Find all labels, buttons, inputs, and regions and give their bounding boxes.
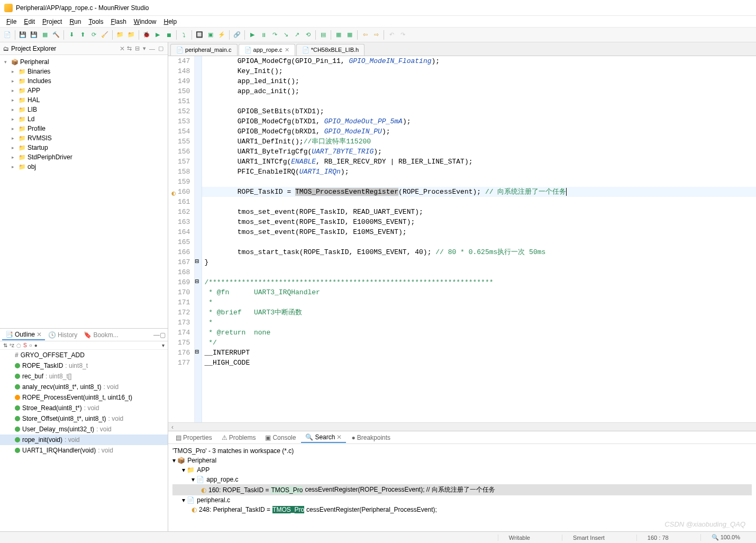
editor-tab[interactable]: 📄 peripheral_main.c <box>170 44 238 56</box>
menu-run[interactable]: Run <box>66 17 84 26</box>
tb-step-icon[interactable]: ⤵ <box>179 30 189 40</box>
menu-file[interactable]: File <box>3 17 20 26</box>
tb-chip-icon[interactable]: 🔲 <box>195 30 204 40</box>
outline-item[interactable]: rope_init(void) : void <box>0 435 168 445</box>
tb-pause-icon[interactable]: ⏸ <box>259 30 268 40</box>
tree-item-hal[interactable]: ▸📁HAL <box>0 95 168 105</box>
search-node-file2[interactable]: ▾ 📄peripheral.c <box>172 495 752 505</box>
tab-bookmarks[interactable]: 🔖 Bookm... <box>80 330 121 340</box>
tb-new-icon[interactable]: 📄 <box>3 30 12 40</box>
status-position: 160 : 78 <box>636 535 679 541</box>
menu-flash[interactable]: Flash <box>107 17 129 26</box>
tb-fwd-icon[interactable]: ⇨ <box>371 30 381 40</box>
filter-o-icon[interactable]: ○ <box>29 342 32 348</box>
tree-item-profile[interactable]: ▸📁Profile <box>0 124 168 133</box>
tree-item-binaries[interactable]: ▸📁Binaries <box>0 67 168 76</box>
search-node-file1[interactable]: ▾ 📄app_rope.c <box>172 475 752 484</box>
project-tree[interactable]: ▾📦 Peripheral ▸📁Binaries▸📁Includes▸📁APP▸… <box>0 55 168 328</box>
tree-item-ld[interactable]: ▸📁Ld <box>0 114 168 124</box>
editor-tab[interactable]: 📄 *CH58xBLE_LIB.h <box>296 44 365 56</box>
code-editor[interactable]: 1471481491501511521531541551561571581591… <box>168 56 756 422</box>
tab-history[interactable]: 🕓 History <box>45 330 80 340</box>
outline-item[interactable]: #GRYO_OFFSET_ADD <box>0 350 168 360</box>
tree-item-lib[interactable]: ▸📁LIB <box>0 105 168 114</box>
tb-save-icon[interactable]: 💾 <box>18 30 28 40</box>
tb-link-icon[interactable]: 🔗 <box>232 30 242 40</box>
editor-tab[interactable]: 📄 app_rope.c ✕ <box>239 44 295 56</box>
tb-persp2-icon[interactable]: ▦ <box>345 30 354 40</box>
link-editor-icon[interactable]: ⇆ <box>126 45 133 52</box>
tb-bug-icon[interactable]: 🐞 <box>142 30 151 40</box>
tab-properties[interactable]: ▤ Properties <box>171 433 216 442</box>
focus-icon[interactable]: ⊟ <box>134 45 141 52</box>
filter-s-icon[interactable]: S <box>23 342 27 348</box>
tb-up-icon[interactable]: ⬆ <box>78 30 87 40</box>
menu-help[interactable]: Help <box>161 17 180 26</box>
tb-down-icon[interactable]: ⬇ <box>67 30 76 40</box>
outline-list[interactable]: #GRYO_OFFSET_ADDROPE_TaskID : uint8_trec… <box>0 350 168 531</box>
tb-clean-icon[interactable]: 🧹 <box>100 30 110 40</box>
tab-problems[interactable]: ⚠ Problems <box>217 433 260 442</box>
tab-outline[interactable]: 📑 Outline ✕ <box>2 330 45 340</box>
outline-item[interactable]: analy_recv(uint8_t*, uint8_t) : void <box>0 382 168 392</box>
tb-stepout-icon[interactable]: ↗ <box>292 30 302 40</box>
minimize-icon[interactable]: — <box>148 46 156 52</box>
maximize-icon[interactable]: ▢ <box>157 45 165 52</box>
tab-search[interactable]: 🔍 Search ✕ <box>301 432 346 443</box>
tb-refresh-icon[interactable]: ⟳ <box>89 30 98 40</box>
tb-term-icon[interactable]: ▣ <box>206 30 215 40</box>
search-node-project[interactable]: ▾ 📦Peripheral <box>172 456 752 465</box>
outline-max-icon[interactable]: ▢ <box>160 331 166 339</box>
menu-tools[interactable]: Tools <box>85 17 106 26</box>
tb-folder-icon[interactable]: 📁 <box>115 30 125 40</box>
outline-item[interactable]: ROPE_TaskID : uint8_t <box>0 360 168 371</box>
tb-stepin-icon[interactable]: ↘ <box>281 30 290 40</box>
outline-item[interactable]: Stroe_Read(uint8_t*) : void <box>0 403 168 413</box>
tree-item-rvmsis[interactable]: ▸📁RVMSIS <box>0 133 168 143</box>
outline-item[interactable]: User_Delay_ms(uint32_t) : void <box>0 424 168 435</box>
tb-back-icon[interactable]: ⇦ <box>360 30 370 40</box>
tb-stepover-icon[interactable]: ↷ <box>270 30 279 40</box>
az-icon[interactable]: ᵃz <box>10 342 14 348</box>
outline-item[interactable]: ROPE_ProcessEvent(uint8_t, uint16_t) <box>0 392 168 403</box>
search-match-2[interactable]: ◐ 248: Peripheral_TaskID = TMOS_ProcessE… <box>172 505 752 514</box>
project-explorer-close-icon[interactable]: ✕ <box>119 45 126 52</box>
tb-run-icon[interactable]: ▶ <box>153 30 162 40</box>
tab-console[interactable]: ▣ Console <box>261 433 300 442</box>
tb-persp-icon[interactable]: ▦ <box>334 30 343 40</box>
tb-undo-icon[interactable]: ↶ <box>387 30 396 40</box>
sort-icon[interactable]: ⇅ <box>3 342 7 348</box>
hide-icon[interactable]: ◌ <box>16 342 21 348</box>
tab-breakpoints[interactable]: ● Breakpoints <box>347 433 395 442</box>
tb-grid-icon[interactable]: ▦ <box>40 30 50 40</box>
editor-hscroll[interactable]: ‹ <box>168 422 756 431</box>
outline-min-icon[interactable]: — <box>153 331 160 339</box>
search-node-folder[interactable]: ▾ 📁APP <box>172 465 752 475</box>
outline-item[interactable]: rec_buf : uint8_t[] <box>0 371 168 382</box>
tree-item-app[interactable]: ▸📁APP <box>0 86 168 95</box>
filter-icon[interactable]: ▾ <box>142 45 147 52</box>
search-results[interactable]: 'TMOS_Pro' - 3 matches in workspace (*.c… <box>168 444 756 531</box>
tb-build-icon[interactable]: 🔨 <box>51 30 61 40</box>
tree-item-obj[interactable]: ▸📁obj <box>0 162 168 171</box>
tb-folder2-icon[interactable]: 📁 <box>126 30 136 40</box>
outline-item[interactable]: Store_Offset(uint8_t*, uint8_t) : void <box>0 413 168 424</box>
tree-item-stdperiphdriver[interactable]: ▸📁StdPeriphDriver <box>0 152 168 162</box>
outline-item[interactable]: UART1_IRQHandler(void) : void <box>0 445 168 456</box>
tb-reg-icon[interactable]: ▤ <box>318 30 328 40</box>
menu-project[interactable]: Project <box>39 17 65 26</box>
tb-restart-icon[interactable]: ⟲ <box>303 30 313 40</box>
menu-edit[interactable]: Edit <box>21 17 38 26</box>
tb-saveall-icon[interactable]: 💾 <box>29 30 39 40</box>
tree-item-includes[interactable]: ▸📁Includes <box>0 76 168 86</box>
tree-item-startup[interactable]: ▸📁Startup <box>0 143 168 152</box>
tree-root[interactable]: ▾📦 Peripheral <box>0 57 168 67</box>
search-match-1[interactable]: ◐ 160: ROPE_TaskID = TMOS_ProcessEventRe… <box>172 484 752 495</box>
tb-bolt-icon[interactable]: ⚡ <box>217 30 226 40</box>
tb-stop-icon[interactable]: ⏹ <box>164 30 174 40</box>
menu-window[interactable]: Window <box>131 17 160 26</box>
outline-menu-icon[interactable]: ▾ <box>162 342 165 348</box>
tb-resume-icon[interactable]: ▶ <box>248 30 257 40</box>
tb-redo-icon[interactable]: ↷ <box>398 30 407 40</box>
filter2-icon[interactable]: ● <box>34 342 38 348</box>
